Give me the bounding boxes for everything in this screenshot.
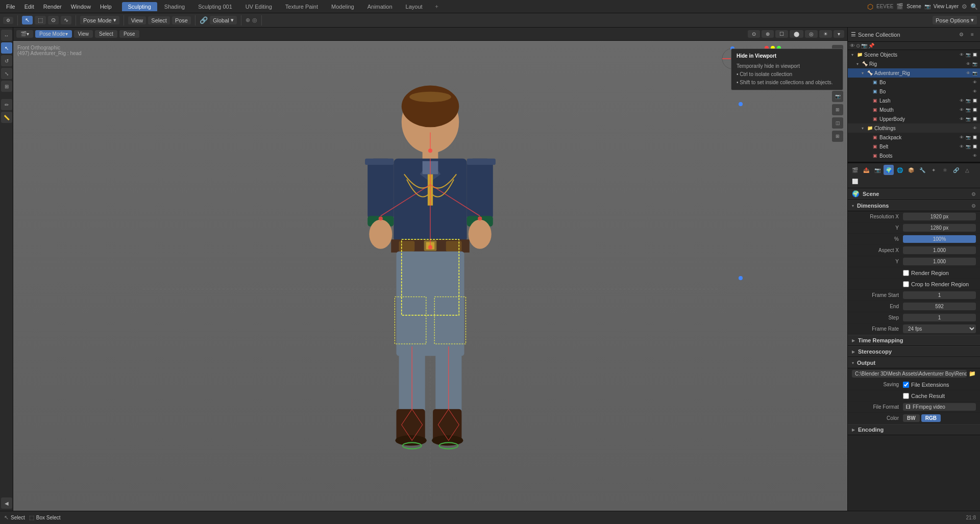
vp-frame-all[interactable]: ⊞: [832, 104, 843, 115]
eye-icon[interactable]: 👁: [965, 61, 971, 67]
vp-shading-options[interactable]: ▾: [834, 30, 844, 38]
pose-mode-btn[interactable]: Pose Mode ▾: [80, 16, 119, 24]
eye-icon[interactable]: 👁: [972, 88, 978, 94]
eye-icon[interactable]: 👁: [972, 125, 978, 131]
menu-help[interactable]: Help: [96, 3, 116, 11]
frame-rate-select[interactable]: 24 fps 25 fps 30 fps 60 fps: [903, 325, 976, 333]
vp-editor-type[interactable]: 🎬▾: [16, 30, 33, 38]
prop-tab-output[interactable]: 📤: [861, 165, 871, 175]
lt-scale[interactable]: ⤡: [1, 68, 12, 79]
color-bw-btn[interactable]: BW: [903, 414, 920, 422]
camera-icon[interactable]: 📷: [972, 61, 978, 67]
cursor-tool[interactable]: ↖: [22, 16, 33, 24]
settings-icon[interactable]: ⚙: [962, 3, 967, 10]
percent-value[interactable]: 100%: [903, 235, 976, 243]
vp-mode[interactable]: Pose Mode▾: [35, 30, 72, 38]
tab-add[interactable]: ＋: [430, 2, 444, 11]
outliner-item-clothings[interactable]: ▾ 📁 Clothings 👁: [848, 123, 980, 133]
prop-tab-viewlayer[interactable]: 📷: [872, 165, 883, 175]
viewport[interactable]: 🎬▾ Pose Mode▾ View Select Pose ⊙ ⊕ ☐ ⬤ ◎…: [13, 28, 847, 511]
outliner-item-bo-2[interactable]: ▣ Bo 👁: [848, 87, 980, 96]
prop-tab-modifier[interactable]: 🔧: [917, 165, 927, 175]
camera-icon[interactable]: 📷: [965, 107, 971, 113]
scene-name[interactable]: Scene: [906, 4, 921, 9]
pivot-icon[interactable]: ⊕: [246, 17, 250, 23]
render-icon[interactable]: 🔲: [972, 97, 978, 104]
outliner-item-backpack[interactable]: ▣ Backpack 👁 📷 🔲: [848, 133, 980, 142]
search-icon[interactable]: 🔍: [970, 3, 978, 10]
tab-sculpting[interactable]: Sculpting: [122, 2, 157, 11]
outliner-item-bo-1[interactable]: ▣ Bo 👁: [848, 78, 980, 87]
prop-tab-object[interactable]: 📦: [906, 165, 916, 175]
outliner-item-lash[interactable]: ▣ Lash 👁 📷 🔲: [848, 96, 980, 105]
lt-measure[interactable]: 📏: [1, 112, 12, 123]
vp-shading-render[interactable]: ☀: [819, 30, 832, 38]
eye-icon[interactable]: 👁: [959, 107, 965, 113]
menu-render[interactable]: Render: [39, 3, 66, 11]
lt-cursor[interactable]: ↖: [1, 42, 12, 54]
vp-shading-wire[interactable]: ☐: [775, 30, 788, 38]
tab-uv-editing[interactable]: UV Editing: [239, 2, 278, 11]
eye-icon[interactable]: 👁: [959, 143, 965, 149]
output-folder-icon[interactable]: 📁: [969, 370, 976, 377]
lt-move[interactable]: ↔: [1, 30, 12, 41]
outliner-item-boots[interactable]: ▣ Boots 👁: [848, 151, 980, 160]
vp-front[interactable]: ◫: [832, 117, 843, 129]
select-circle-tool[interactable]: ⊙: [48, 16, 59, 24]
snap-icon[interactable]: 🔗: [200, 16, 208, 24]
outliner-item-rig[interactable]: ▾ 🦴 Rig 👁 📷: [848, 59, 980, 68]
tab-modeling[interactable]: Modeling: [325, 2, 360, 11]
render-icon[interactable]: 🔲: [972, 107, 978, 113]
prop-tab-world[interactable]: 🌐: [895, 165, 905, 175]
eye-icon[interactable]: 👁: [972, 79, 978, 85]
section-stereoscopy[interactable]: ▶ Stereoscopy: [848, 346, 980, 357]
eye-icon[interactable]: 👁: [959, 97, 965, 104]
prop-tab-material[interactable]: ⬜: [850, 176, 860, 186]
frame-end-value[interactable]: 592: [903, 303, 976, 310]
render-icon[interactable]: 🔲: [972, 143, 978, 149]
outliner-item-mouth[interactable]: ▣ Mouth 👁 📷 🔲: [848, 105, 980, 114]
lt-transform[interactable]: ⊞: [1, 81, 12, 92]
tab-texture-paint[interactable]: Texture Paint: [279, 2, 324, 11]
tab-shading[interactable]: Shading: [158, 2, 191, 11]
tab-layout[interactable]: Layout: [400, 2, 429, 11]
res-x-value[interactable]: 1920 px: [903, 213, 976, 220]
file-ext-checkbox[interactable]: [903, 382, 909, 388]
aspect-y-value[interactable]: 1.000: [903, 258, 976, 265]
area-editor-toggle[interactable]: ⚙: [3, 17, 13, 24]
outliner-item-upperbody[interactable]: ▣ UpperBody 👁 📷 🔲: [848, 114, 980, 123]
file-format-value[interactable]: 🎞 FFmpeg video: [903, 403, 976, 411]
camera-icon[interactable]: 📷: [965, 143, 971, 149]
vis-icon-2[interactable]: ⊙: [856, 43, 860, 48]
render-icon[interactable]: 🔲: [972, 134, 978, 140]
camera-icon[interactable]: 📷: [965, 97, 971, 104]
vp-select[interactable]: Select: [95, 30, 117, 38]
vp-grid[interactable]: ⊞: [832, 131, 843, 142]
viewport-content[interactable]: Front Orthographic (497) Adventurer_Rig …: [13, 41, 847, 511]
prop-tab-data[interactable]: △: [962, 165, 972, 175]
outliner-item-scene-objects[interactable]: ▾ 📁 Scene Objects 👁 📷 🔲: [848, 50, 980, 59]
outliner-item-belt[interactable]: ▣ Belt 👁 📷 🔲: [848, 142, 980, 151]
render-icon[interactable]: 🔲: [972, 116, 978, 122]
pose-options-btn[interactable]: Pose Options ▾: [933, 16, 977, 24]
prop-tab-scene[interactable]: 🌍: [884, 165, 894, 175]
camera-icon[interactable]: 📷: [965, 134, 971, 140]
prop-tab-constraints[interactable]: 🔗: [951, 165, 961, 175]
section-dimensions[interactable]: ▾ Dimensions ⚙: [848, 200, 980, 211]
view-layer-name[interactable]: View Layer: [934, 4, 959, 9]
prop-tab-particles[interactable]: ✦: [928, 165, 939, 175]
section-options[interactable]: ⚙: [971, 203, 976, 209]
cache-checkbox[interactable]: [903, 393, 909, 399]
lt-annotate[interactable]: ✏: [1, 99, 12, 110]
proportional-icon[interactable]: ◎: [252, 17, 257, 23]
section-output[interactable]: ▾ Output: [848, 357, 980, 368]
vp-shading-solid[interactable]: ⬤: [790, 30, 803, 38]
outliner-item-adventurer-rig[interactable]: ▾ 🦴 Adventurer_Rig 👁 📷: [848, 68, 980, 78]
frame-step-value[interactable]: 1: [903, 314, 976, 321]
tab-animation[interactable]: Animation: [361, 2, 399, 11]
color-rgb-btn[interactable]: RGB: [921, 414, 941, 422]
view-menu[interactable]: View: [128, 16, 146, 24]
camera-icon[interactable]: 📷: [965, 116, 971, 122]
tab-sculpting-001[interactable]: Sculpting 001: [192, 2, 238, 11]
render-icon[interactable]: 🔲: [972, 52, 978, 58]
